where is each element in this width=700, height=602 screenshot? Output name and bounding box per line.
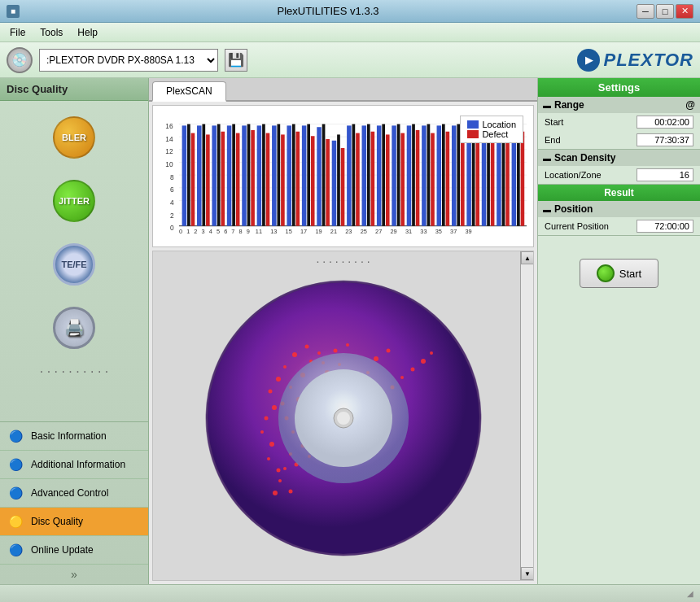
svg-point-168 bbox=[430, 351, 433, 355]
scroll-down-button[interactable]: ▼ bbox=[521, 567, 534, 580]
svg-text:25: 25 bbox=[361, 228, 367, 235]
range-section-header: ▬ Range @ bbox=[538, 97, 700, 113]
svg-point-116 bbox=[317, 351, 321, 355]
svg-text:10: 10 bbox=[165, 161, 173, 168]
svg-rect-34 bbox=[262, 124, 265, 226]
svg-text:23: 23 bbox=[345, 228, 352, 235]
start-button[interactable]: Start bbox=[580, 259, 658, 288]
result-header: Result bbox=[538, 185, 700, 201]
svg-text:4: 4 bbox=[170, 199, 174, 207]
svg-text:29: 29 bbox=[390, 228, 396, 235]
svg-point-152 bbox=[278, 479, 282, 482]
scan-density-section-header: ▬ Scan Density bbox=[538, 150, 700, 166]
svg-rect-67 bbox=[427, 124, 431, 226]
sidebar-drive-button[interactable]: 🖨️ bbox=[42, 299, 107, 356]
svg-point-165 bbox=[400, 376, 404, 379]
svg-rect-57 bbox=[377, 125, 382, 225]
menu-help[interactable]: Help bbox=[71, 25, 104, 40]
svg-rect-77 bbox=[475, 133, 479, 226]
disc-quality-header: Disc Quality bbox=[0, 78, 148, 101]
scan-density-section: ▬ Scan Density Location/Zone 16 bbox=[538, 150, 700, 185]
svg-text:0: 0 bbox=[179, 228, 182, 235]
menu-tools[interactable]: Tools bbox=[33, 25, 69, 40]
svg-point-145 bbox=[374, 356, 378, 361]
svg-rect-45 bbox=[317, 127, 322, 225]
svg-point-167 bbox=[421, 359, 426, 364]
svg-rect-53 bbox=[356, 133, 360, 226]
svg-rect-35 bbox=[266, 133, 270, 226]
save-button[interactable]: 💾 bbox=[225, 49, 247, 72]
sidebar-item-advanced-control[interactable]: 🔵 Advanced Control bbox=[0, 479, 148, 508]
vertical-scrollbar[interactable]: ▲ ▼ bbox=[520, 251, 533, 580]
svg-rect-30 bbox=[242, 125, 247, 225]
svg-text:1: 1 bbox=[186, 228, 190, 235]
scan-density-collapse-icon[interactable]: ▬ bbox=[543, 154, 551, 163]
range-collapse-icon[interactable]: ▬ bbox=[543, 101, 551, 110]
svg-point-124 bbox=[272, 405, 277, 410]
svg-rect-65 bbox=[416, 130, 420, 226]
svg-rect-61 bbox=[397, 124, 400, 226]
close-button[interactable]: ✕ bbox=[676, 4, 693, 19]
svg-text:16: 16 bbox=[165, 123, 173, 130]
svg-rect-25 bbox=[217, 124, 221, 226]
svg-text:6: 6 bbox=[224, 228, 227, 235]
sidebar-tefe-button[interactable]: TE/FE bbox=[42, 236, 107, 293]
svg-point-135 bbox=[269, 442, 274, 447]
svg-rect-31 bbox=[247, 124, 251, 226]
drive-select[interactable]: :PLEXTOR DVDR PX-880SA 1.13 bbox=[39, 49, 218, 72]
legend-defect: Defect bbox=[467, 129, 516, 139]
svg-rect-68 bbox=[431, 133, 435, 226]
position-collapse-icon[interactable]: ▬ bbox=[543, 205, 551, 214]
svg-text:17: 17 bbox=[300, 228, 307, 235]
current-position-row: Current Position 72:00:00 bbox=[538, 217, 700, 235]
svg-rect-19 bbox=[187, 124, 190, 226]
location-zone-value[interactable]: 16 bbox=[637, 168, 693, 181]
chart-area: 0 2 4 6 8 10 12 14 16 bbox=[160, 112, 527, 240]
sidebar-item-disc-quality[interactable]: 🟡 Disc Quality bbox=[0, 508, 148, 536]
svg-rect-41 bbox=[296, 132, 300, 226]
scroll-track bbox=[521, 264, 533, 567]
window-controls: ─ □ ✕ bbox=[637, 4, 693, 19]
start-value[interactable]: 00:02:00 bbox=[637, 116, 693, 129]
bler-icon: BLER bbox=[53, 116, 95, 159]
svg-rect-55 bbox=[367, 124, 370, 226]
end-row: End 77:30:37 bbox=[538, 131, 700, 149]
menu-file[interactable]: File bbox=[3, 25, 32, 40]
window-title: PlexUTILITIES v1.3.3 bbox=[20, 5, 637, 17]
svg-rect-83 bbox=[505, 134, 510, 225]
jitter-icon: JITTER bbox=[53, 180, 95, 222]
svg-text:37: 37 bbox=[450, 228, 457, 235]
svg-rect-72 bbox=[452, 125, 457, 225]
svg-rect-20 bbox=[191, 133, 195, 226]
sidebar-expand-button[interactable]: » bbox=[0, 565, 148, 584]
svg-text:13: 13 bbox=[270, 228, 277, 235]
svg-rect-21 bbox=[197, 125, 202, 225]
disc-scroll-dots: · · · · · · · · · bbox=[316, 255, 370, 268]
app-icon: ■ bbox=[7, 5, 20, 18]
svg-point-166 bbox=[410, 368, 414, 372]
maximize-button[interactable]: □ bbox=[656, 4, 674, 19]
tab-plexscan[interactable]: PlexSCAN bbox=[152, 81, 226, 102]
svg-point-155 bbox=[283, 467, 287, 470]
scroll-up-button[interactable]: ▲ bbox=[521, 251, 534, 264]
svg-rect-69 bbox=[437, 125, 442, 225]
sidebar-bler-button[interactable]: BLER bbox=[42, 109, 107, 166]
svg-rect-44 bbox=[311, 136, 315, 225]
position-section-header: ▬ Position bbox=[538, 201, 700, 217]
disc-quality-icon: 🟡 bbox=[7, 513, 24, 530]
svg-point-117 bbox=[276, 377, 281, 382]
basic-info-icon: 🔵 bbox=[7, 427, 24, 445]
sidebar-item-additional-info[interactable]: 🔵 Additional Information bbox=[0, 451, 148, 479]
sidebar-item-online-update[interactable]: 🔵 Online Update bbox=[0, 536, 148, 565]
svg-text:7: 7 bbox=[231, 228, 234, 235]
svg-rect-48 bbox=[332, 141, 337, 226]
sidebar-jitter-button[interactable]: JITTER bbox=[42, 172, 107, 229]
svg-rect-18 bbox=[182, 125, 187, 225]
svg-point-136 bbox=[267, 457, 270, 460]
svg-rect-38 bbox=[281, 134, 285, 225]
sidebar-item-basic-info[interactable]: 🔵 Basic Information bbox=[0, 422, 148, 451]
svg-point-114 bbox=[283, 365, 287, 369]
svg-rect-64 bbox=[412, 124, 415, 226]
end-value[interactable]: 77:30:37 bbox=[637, 133, 693, 146]
minimize-button[interactable]: ─ bbox=[637, 4, 654, 19]
